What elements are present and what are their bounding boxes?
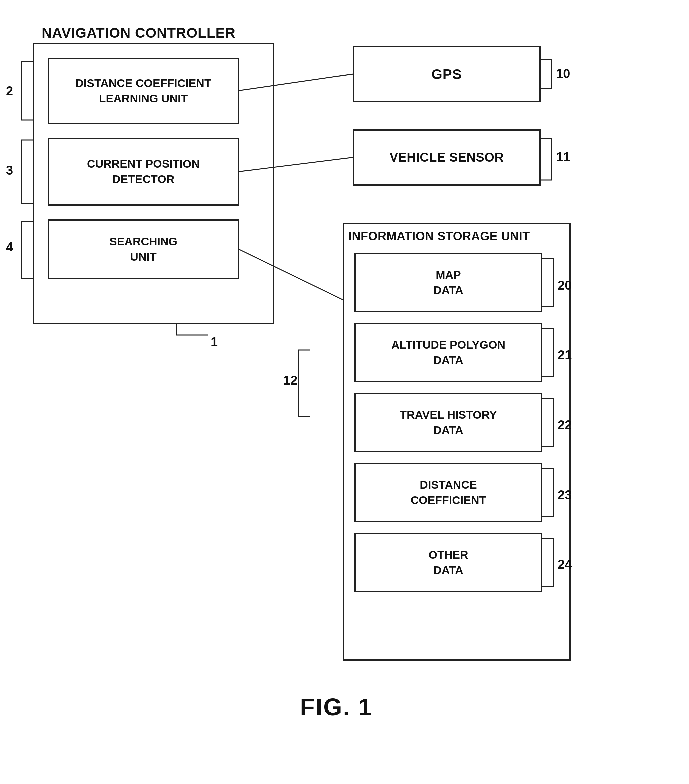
svg-line-13: [238, 157, 353, 172]
ref-4: 4: [6, 240, 13, 254]
vehicle-sensor-box: VEHICLE SENSOR: [353, 130, 540, 185]
ref-22: 22: [558, 418, 572, 432]
other-data-label: OTHERDATA: [429, 547, 468, 578]
distance-coeff-label: DISTANCE COEFFICIENTLEARNING UNIT: [75, 76, 211, 106]
ref-1: 1: [211, 335, 218, 349]
other-data-box: OTHERDATA: [355, 533, 542, 592]
distance-coeff-storage-label: DISTANCECOEFFICIENT: [410, 477, 486, 508]
svg-line-14: [238, 249, 343, 300]
info-storage-label: INFORMATION STORAGE UNIT: [348, 229, 530, 243]
ref-11: 11: [556, 150, 570, 164]
distance-coeff-storage-box: DISTANCECOEFFICIENT: [355, 463, 542, 522]
ref-20: 20: [558, 278, 572, 293]
searching-unit-label: SEARCHINGUNIT: [109, 234, 177, 265]
figure-caption: FIG. 1: [300, 693, 373, 721]
distance-coeff-box: DISTANCE COEFFICIENTLEARNING UNIT: [48, 58, 238, 124]
ref-24: 24: [558, 557, 572, 572]
nav-controller-label: NAVIGATION CONTROLLER: [42, 25, 236, 41]
ref-3: 3: [6, 163, 13, 178]
gps-label: GPS: [431, 66, 462, 82]
current-position-box: CURRENT POSITIONDETECTOR: [48, 138, 238, 205]
current-position-label: CURRENT POSITIONDETECTOR: [87, 156, 199, 187]
vehicle-sensor-label: VEHICLE SENSOR: [390, 150, 504, 165]
ref-23: 23: [558, 488, 572, 502]
map-data-label: MAPDATA: [434, 267, 463, 298]
ref-10: 10: [556, 67, 570, 81]
map-data-box: MAPDATA: [355, 253, 542, 312]
travel-history-box: TRAVEL HISTORYDATA: [355, 393, 542, 452]
ref-12: 12: [284, 373, 297, 388]
svg-line-12: [238, 74, 353, 91]
altitude-polygon-box: ALTITUDE POLYGONDATA: [355, 323, 542, 382]
gps-box: GPS: [353, 47, 540, 102]
ref-2: 2: [6, 84, 13, 98]
searching-unit-box: SEARCHINGUNIT: [48, 220, 238, 278]
ref-21: 21: [558, 348, 572, 362]
travel-history-label: TRAVEL HISTORYDATA: [400, 407, 497, 438]
altitude-polygon-label: ALTITUDE POLYGONDATA: [391, 337, 505, 368]
